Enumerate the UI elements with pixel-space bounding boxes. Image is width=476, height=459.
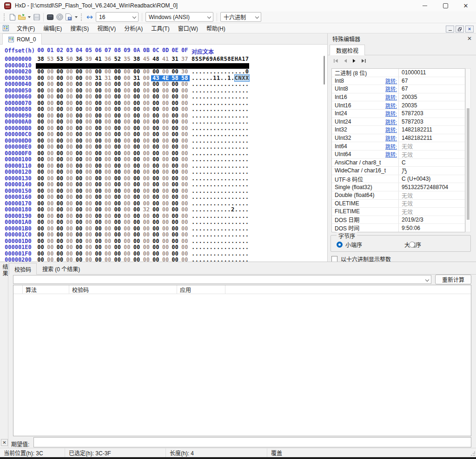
inspector-value[interactable]: 20035 [399, 102, 417, 109]
offset-base-select[interactable]: 十六进制 [220, 12, 261, 22]
hex-byte[interactable]: 35 [122, 56, 132, 63]
hex-byte[interactable]: 00 [84, 94, 93, 100]
hex-byte[interactable]: 00 [36, 75, 46, 82]
hex-byte[interactable]: 00 [112, 131, 122, 138]
hex-byte[interactable]: 00 [36, 257, 46, 262]
hex-byte[interactable]: 00 [151, 138, 161, 144]
hex-byte[interactable]: 00 [84, 125, 93, 132]
hex-byte[interactable]: 00 [180, 106, 190, 113]
hex-byte[interactable]: 00 [103, 213, 113, 220]
hex-byte[interactable]: 00 [65, 157, 74, 163]
hex-byte[interactable]: 00 [141, 257, 151, 262]
hex-byte[interactable]: 00 [93, 100, 103, 107]
hex-text[interactable]: ................ [192, 125, 249, 132]
hex-byte[interactable]: 00 [74, 144, 84, 151]
hex-byte[interactable]: 00 [55, 213, 65, 220]
hex-byte[interactable]: 00 [122, 232, 132, 238]
inspector-value[interactable]: 2019/2/3 [399, 216, 423, 223]
hex-byte[interactable]: 00 [84, 176, 93, 182]
hex-byte[interactable]: 00 [46, 151, 55, 157]
hex-byte[interactable]: 4E [160, 75, 170, 82]
open-disk-image-button[interactable] [64, 13, 73, 22]
hex-byte[interactable]: 00 [93, 201, 103, 207]
hex-byte[interactable]: 00 [74, 176, 84, 182]
hex-byte[interactable]: 00 [55, 232, 65, 238]
hex-byte[interactable]: 00 [84, 163, 93, 170]
hex-byte[interactable]: 00 [65, 226, 74, 232]
hex-byte[interactable]: 00 [65, 88, 74, 94]
hex-byte[interactable]: 00 [36, 194, 46, 201]
hex-byte[interactable]: 00 [122, 251, 132, 257]
hex-byte[interactable]: 30 [180, 69, 190, 75]
hex-byte[interactable]: 00 [132, 188, 142, 195]
hex-byte[interactable]: 00 [112, 213, 122, 220]
hex-byte[interactable]: 00 [160, 157, 170, 163]
hex-byte[interactable]: 41 [160, 56, 170, 63]
hex-byte[interactable]: 00 [170, 125, 180, 132]
hex-byte[interactable]: 00 [160, 100, 170, 107]
hex-byte[interactable]: 00 [93, 238, 103, 245]
hex-byte[interactable]: 00 [160, 244, 170, 251]
hex-byte[interactable]: 00 [180, 157, 190, 163]
hex-byte[interactable]: 00 [151, 257, 161, 262]
hex-byte[interactable]: 00 [180, 119, 190, 125]
hex-text[interactable]: ................ [192, 238, 249, 245]
column-header-algorithm[interactable]: 算法 [23, 285, 69, 294]
hex-byte[interactable]: 00 [103, 138, 113, 144]
hex-byte[interactable]: 00 [170, 251, 180, 257]
hex-byte[interactable]: 00 [46, 169, 55, 176]
hex-byte[interactable]: 31 [103, 75, 113, 82]
radio-big-endian[interactable] [409, 242, 415, 248]
inspector-value[interactable]: 无效 [399, 151, 413, 158]
hex-byte[interactable]: 00 [151, 151, 161, 157]
hex-byte[interactable]: 00 [65, 119, 74, 125]
jump-link[interactable]: 跳转: [379, 110, 397, 117]
hex-byte[interactable]: 00 [151, 119, 161, 125]
hex-byte[interactable]: 00 [151, 163, 161, 170]
hex-byte[interactable]: 00 [84, 88, 93, 94]
hex-byte[interactable]: 00 [55, 251, 65, 257]
hex-byte[interactable]: 00 [84, 251, 93, 257]
hex-text[interactable]: ................ [192, 226, 249, 232]
hex-text[interactable]: ................ [192, 138, 249, 144]
hex-byte[interactable]: 41 [93, 56, 103, 63]
hex-byte[interactable]: 00 [103, 207, 113, 213]
hex-byte[interactable]: 00 [122, 213, 132, 220]
hex-byte[interactable]: 00 [170, 138, 180, 144]
hex-byte[interactable]: 00 [122, 257, 132, 262]
hex-text[interactable]: ................ [192, 157, 249, 163]
hex-byte[interactable]: 00 [141, 201, 151, 207]
hex-byte[interactable]: 00 [160, 113, 170, 119]
hex-byte[interactable]: 00 [103, 119, 113, 125]
hex-byte[interactable]: 00 [112, 257, 122, 262]
hex-byte[interactable]: 00 [170, 131, 180, 138]
hex-byte[interactable]: 38 [36, 56, 46, 63]
jump-link[interactable]: 跳转: [379, 102, 397, 109]
column-header-checksum[interactable]: 校验码 [69, 285, 177, 294]
hex-byte[interactable]: 00 [112, 119, 122, 125]
hex-byte[interactable]: 00 [93, 194, 103, 201]
hex-byte[interactable]: 00 [170, 182, 180, 188]
hex-byte[interactable]: 00 [151, 251, 161, 257]
hex-byte[interactable]: 00 [141, 226, 151, 232]
hex-byte[interactable]: 00 [112, 144, 122, 151]
hex-byte[interactable]: 00 [65, 257, 74, 262]
hex-byte[interactable]: 00 [141, 88, 151, 94]
hex-byte[interactable]: 00 [65, 219, 74, 226]
hex-byte[interactable]: 38 [132, 56, 142, 63]
hex-byte[interactable]: 00 [46, 157, 55, 163]
radio-little-endian[interactable] [337, 242, 343, 248]
tab-search-results[interactable]: 搜索 (0 个结果) [37, 263, 85, 275]
hex-byte[interactable]: 00 [180, 81, 190, 88]
hex-byte[interactable]: 00 [141, 69, 151, 75]
hex-byte[interactable]: 00 [74, 100, 84, 107]
hex-byte[interactable]: 00 [93, 169, 103, 176]
hex-byte[interactable]: 00 [122, 106, 132, 113]
hex-byte[interactable]: 00 [151, 244, 161, 251]
hex-byte[interactable]: 00 [170, 244, 180, 251]
hex-byte[interactable]: 50 [65, 56, 74, 63]
hex-byte[interactable]: 00 [160, 131, 170, 138]
hex-byte[interactable]: 00 [141, 151, 151, 157]
hex-byte[interactable]: 00 [160, 163, 170, 170]
hex-text[interactable]: ................ [192, 251, 249, 257]
